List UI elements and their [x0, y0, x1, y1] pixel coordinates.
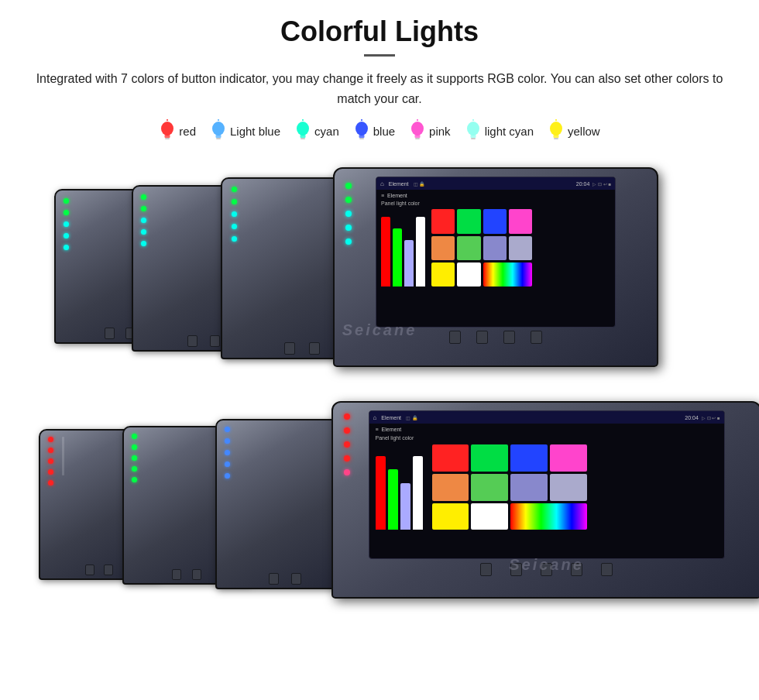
page-description: Integrated with 7 colors of button indic…	[31, 69, 728, 108]
page-container: Colorful Lights Integrated with 7 colors…	[0, 0, 759, 700]
svg-point-24	[550, 122, 562, 136]
svg-point-16	[411, 122, 424, 136]
color-item-yellow: yellow	[548, 119, 600, 142]
color-label: pink	[429, 125, 451, 138]
blue-bulb-icon	[353, 119, 370, 142]
svg-rect-1	[165, 135, 170, 138]
svg-point-12	[355, 122, 368, 136]
color-item-cyan: cyan	[294, 119, 339, 142]
page-title: Colorful Lights	[31, 15, 728, 48]
bottom-display-section: ⌂ Element ◫ 🔒 20:04 ▷ ⊡ ↩ ■ ≡	[31, 389, 728, 606]
color-item-blue: blue	[353, 119, 395, 142]
color-item-pink: pink	[409, 119, 451, 142]
color-item-red: red	[159, 119, 196, 142]
svg-rect-25	[554, 135, 559, 138]
screen-time: 20:04	[576, 181, 590, 187]
svg-point-4	[212, 122, 225, 136]
cyan-bulb-icon	[294, 119, 311, 142]
svg-rect-5	[215, 135, 221, 138]
color-label: Light blue	[230, 125, 280, 138]
svg-rect-9	[301, 135, 306, 138]
color-label: yellow	[568, 125, 600, 138]
svg-rect-13	[359, 135, 364, 138]
svg-rect-18	[415, 138, 420, 139]
color-label: cyan	[314, 125, 339, 138]
svg-rect-6	[216, 138, 221, 139]
svg-rect-21	[470, 135, 476, 138]
svg-point-20	[467, 122, 479, 136]
screen-title: Element	[389, 181, 409, 187]
color-item-light-blue: Light blue	[210, 119, 280, 142]
svg-rect-14	[359, 138, 364, 139]
color-item-light-cyan: light cyan	[465, 119, 534, 142]
svg-point-8	[297, 122, 309, 136]
color-label: blue	[373, 125, 395, 138]
bottom-main-unit: ⌂ Element ◫ 🔒 20:04 ▷ ⊡ ↩ ■ ≡	[331, 401, 759, 599]
screen-subtitle: Element	[387, 193, 407, 198]
svg-rect-22	[471, 138, 476, 139]
top-display-section: ⌂ Element ◫ 🔒 20:04 ▷ ⊡ ↩ ■ ≡	[31, 158, 728, 386]
red-bulb-icon	[159, 119, 176, 142]
color-indicators-row: red Light blue cyan blue pink light cyan	[31, 119, 728, 142]
color-label: light cyan	[485, 125, 534, 138]
color-label: red	[179, 125, 196, 138]
main-unit: ⌂ Element ◫ 🔒 20:04 ▷ ⊡ ↩ ■ ≡	[333, 167, 658, 367]
svg-rect-10	[301, 138, 305, 139]
light-cyan-bulb-icon	[465, 119, 482, 142]
svg-point-0	[161, 122, 173, 136]
svg-rect-26	[554, 138, 558, 139]
light-blue-bulb-icon	[210, 119, 227, 142]
svg-rect-17	[415, 135, 421, 138]
panel-label: Panel light color	[381, 201, 610, 206]
svg-rect-2	[165, 138, 170, 139]
pink-bulb-icon	[409, 119, 426, 142]
yellow-bulb-icon	[548, 119, 565, 142]
title-divider	[364, 54, 395, 57]
